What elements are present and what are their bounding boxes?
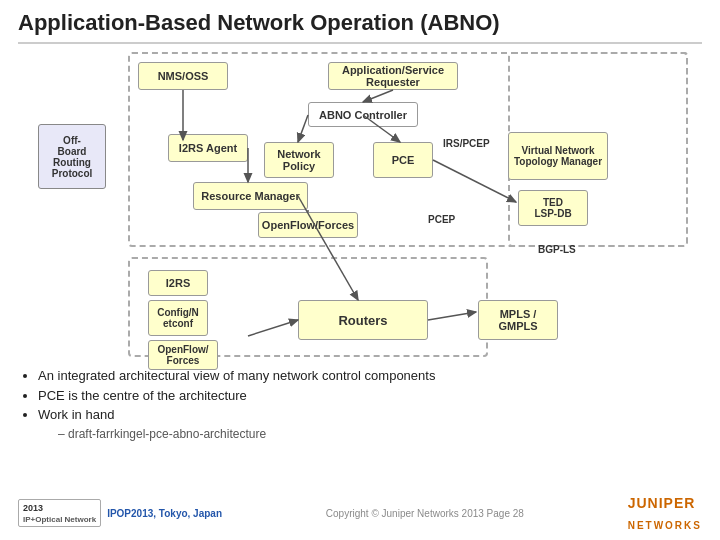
routers-box: Routers — [298, 300, 428, 340]
diagram-area: NMS/OSS Application/Service Requester AB… — [18, 52, 702, 362]
openflow-forces-box: OpenFlow/Forces — [258, 212, 358, 238]
irs-pcep-label: IRS/PCEP — [443, 138, 490, 149]
conference-label: IPOP2013, Tokyo, Japan — [107, 508, 222, 519]
app-service-box: Application/Service Requester — [328, 62, 458, 90]
off-board-routing-box: Off- Board Routing Protocol — [38, 124, 106, 189]
pce-box: PCE — [373, 142, 433, 178]
draft-line: – draft-farrkingel-pce-abno-architecture — [58, 427, 702, 441]
pcep-label: PCEP — [428, 214, 455, 225]
openflow-forces-bottom-box: OpenFlow/ Forces — [148, 340, 218, 370]
slide: Application-Based Network Operation (ABN… — [0, 0, 720, 540]
mpls-gmpls-box: MPLS / GMPLS — [478, 300, 558, 340]
ted-lspdb-box: TED LSP-DB — [518, 190, 588, 226]
vntm-box: Virtual Network Topology Manager — [508, 132, 608, 180]
bullets-section: An integrated architectural view of many… — [18, 366, 702, 441]
footer: 2013 IP+Optical Network IPOP2013, Tokyo,… — [0, 492, 720, 534]
i2rs-bottom-box: I2RS — [148, 270, 208, 296]
resource-manager-box: Resource Manager — [193, 182, 308, 210]
abno-controller-box: ABNO Controller — [308, 102, 418, 127]
slide-title: Application-Based Network Operation (ABN… — [18, 10, 702, 44]
network-policy-box: Network Policy — [264, 142, 334, 178]
nms-oss-box: NMS/OSS — [138, 62, 228, 90]
i2rs-agent-box: I2RS Agent — [168, 134, 248, 162]
config-netconf-box: Config/N etconf — [148, 300, 208, 336]
brand-logo: JUNIPER NETWORKS — [628, 492, 702, 534]
ipop-logo: 2013 IP+Optical Network — [18, 499, 101, 527]
bullet-2: PCE is the centre of the architecture — [38, 386, 702, 406]
bgp-ls-label: BGP-LS — [538, 244, 576, 255]
copyright-label: Copyright © Juniper Networks 2013 Page 2… — [326, 508, 524, 519]
footer-left: 2013 IP+Optical Network IPOP2013, Tokyo,… — [18, 499, 222, 527]
bullet-3: Work in hand — [38, 405, 702, 425]
bullet-1: An integrated architectural view of many… — [38, 366, 702, 386]
